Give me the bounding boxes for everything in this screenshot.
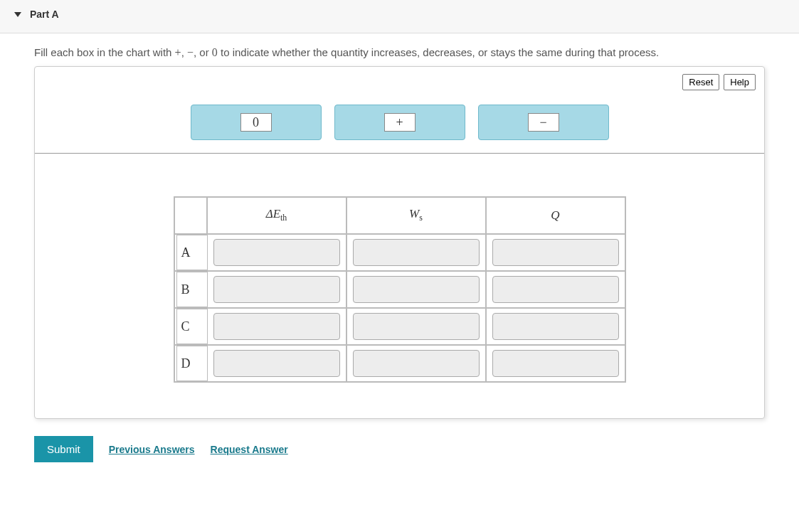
answer-panel: Reset Help 0 + − ΔEth Ws Q — [34, 66, 765, 419]
col-head-Q: Q — [486, 197, 625, 234]
instr-sep1: , — [181, 46, 187, 58]
instr-prefix: Fill each box in the chart with — [34, 46, 175, 58]
footer-actions: Submit Previous Answers Request Answer — [0, 419, 799, 469]
row-label-D: D — [176, 346, 208, 381]
chip-minus[interactable]: − — [528, 113, 559, 132]
table-row: D — [174, 345, 625, 382]
instr-suffix: to indicate whether the quantity increas… — [218, 46, 659, 58]
drop-D-dEth[interactable] — [213, 350, 340, 377]
W-symbol: W — [409, 207, 419, 220]
instr-zero: 0 — [212, 46, 218, 58]
instr-sep2: , or — [194, 46, 212, 58]
corner-cell — [174, 197, 207, 234]
chip-plus[interactable]: + — [384, 113, 416, 132]
drop-C-dEth[interactable] — [213, 313, 340, 340]
source-bin-minus[interactable]: − — [478, 105, 609, 140]
answer-table: ΔEth Ws Q A B C — [174, 196, 626, 383]
panel-toolbar: Reset Help — [35, 67, 764, 95]
drop-A-Ws[interactable] — [353, 239, 480, 266]
s-sub: s — [419, 213, 423, 223]
source-bin-zero[interactable]: 0 — [191, 105, 322, 140]
request-answer-link[interactable]: Request Answer — [211, 444, 288, 455]
table-row: C — [174, 308, 625, 345]
row-label-C: C — [176, 309, 208, 344]
drop-B-Ws[interactable] — [353, 276, 480, 303]
table-row: A — [174, 234, 625, 271]
drag-source-row: 0 + − — [35, 95, 764, 154]
col-head-dEth: ΔEth — [207, 197, 346, 234]
row-label-A: A — [176, 235, 208, 270]
drop-A-dEth[interactable] — [213, 239, 340, 266]
collapse-icon[interactable] — [14, 12, 21, 17]
part-title: Part A — [30, 9, 59, 20]
table-row: B — [174, 271, 625, 308]
th-sub: th — [280, 213, 287, 223]
drop-D-Ws[interactable] — [353, 350, 480, 377]
row-label-B: B — [176, 272, 208, 307]
drop-A-Q[interactable] — [492, 239, 619, 266]
reset-button[interactable]: Reset — [682, 74, 719, 90]
drop-C-Q[interactable] — [492, 313, 619, 340]
chip-zero[interactable]: 0 — [240, 113, 272, 132]
source-bin-plus[interactable]: + — [334, 105, 465, 140]
instructions-text: Fill each box in the chart with +, −, or… — [0, 33, 799, 66]
previous-answers-link[interactable]: Previous Answers — [109, 444, 195, 455]
drop-C-Ws[interactable] — [353, 313, 480, 340]
part-header: Part A — [0, 0, 799, 33]
drop-D-Q[interactable] — [492, 350, 619, 377]
drop-B-dEth[interactable] — [213, 276, 340, 303]
Q-symbol: Q — [551, 208, 559, 222]
instr-minus: − — [187, 46, 194, 58]
drop-target-area: ΔEth Ws Q A B C — [35, 154, 764, 397]
submit-button[interactable]: Submit — [34, 436, 93, 462]
col-head-Ws: Ws — [346, 197, 486, 234]
drop-B-Q[interactable] — [492, 276, 619, 303]
instr-plus: + — [175, 46, 181, 58]
E-symbol: E — [273, 207, 280, 220]
delta-symbol: Δ — [266, 207, 273, 220]
help-button[interactable]: Help — [724, 74, 756, 90]
